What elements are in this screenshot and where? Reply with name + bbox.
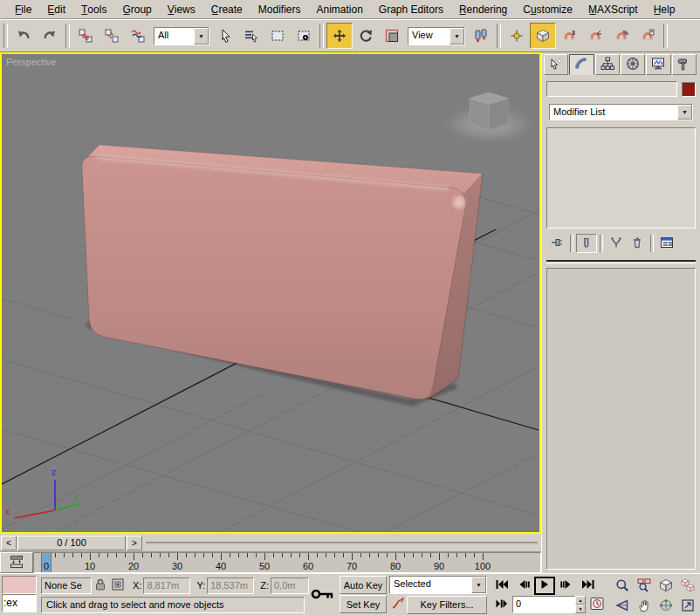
tab-modify[interactable] — [569, 54, 594, 75]
angle-snap-toggle-button[interactable] — [582, 23, 608, 49]
tab-hierarchy[interactable] — [595, 54, 620, 75]
modifier-list-dropdown[interactable]: Modifier List ▼ — [549, 104, 693, 120]
percent-snap-toggle-button[interactable]: % — [608, 23, 635, 49]
spinner-up-icon[interactable]: ▲ — [575, 596, 586, 605]
bind-to-space-warp-button[interactable] — [125, 23, 151, 49]
undo-button[interactable] — [10, 23, 37, 49]
window-crossing-icon — [297, 29, 311, 43]
select-and-scale-button[interactable] — [379, 23, 405, 49]
menu-rendering[interactable]: R̲endering — [451, 1, 515, 18]
x-coord-field[interactable]: 8,817m — [143, 577, 190, 594]
show-end-result-button[interactable] — [576, 234, 597, 253]
listener-line[interactable]: :ex — [2, 594, 37, 612]
next-frame-button[interactable] — [555, 577, 577, 594]
min-max-toggle-button[interactable] — [677, 597, 698, 615]
menu-views[interactable]: V̲iews — [160, 1, 203, 18]
scene-ghost-cube[interactable] — [450, 92, 527, 139]
selection-filter-dropdown[interactable]: All▼ — [154, 27, 209, 45]
menu-graph-editors[interactable]: Graph Editors — [371, 1, 451, 18]
use-pivot-point-center-button[interactable] — [468, 23, 494, 49]
modifier-stack-list[interactable] — [546, 127, 696, 229]
select-and-rotate-button[interactable] — [353, 23, 379, 49]
unlink-selection-button[interactable] — [99, 23, 125, 49]
maxscript-mini-listener[interactable]: :ex — [0, 575, 38, 615]
frame-spinner[interactable]: ▲▼ — [575, 596, 586, 613]
go-to-end-button[interactable] — [577, 577, 599, 594]
macro-recorder-line[interactable] — [2, 576, 37, 594]
select-and-move-button[interactable] — [326, 23, 353, 49]
menu-modifiers[interactable]: Modifiers — [250, 1, 309, 18]
previous-frame-button[interactable] — [512, 577, 534, 594]
y-coord-field[interactable]: 18,537m — [207, 577, 254, 594]
pan-button[interactable] — [634, 597, 655, 615]
remove-modifier-button[interactable] — [627, 234, 648, 253]
key-filters-button[interactable]: Key Filters... — [407, 596, 487, 614]
snaps-toggle-button[interactable] — [530, 23, 556, 49]
window-crossing-button[interactable] — [291, 23, 317, 49]
zoom-button[interactable] — [612, 577, 633, 595]
play-button[interactable] — [534, 577, 555, 595]
key-mode-dropdown[interactable]: Selected ▼ — [389, 576, 487, 594]
tab-motion[interactable] — [621, 54, 645, 75]
tab-display[interactable] — [646, 54, 670, 75]
go-to-start-button[interactable] — [491, 577, 512, 594]
time-slider-thumb[interactable]: 0 / 100 — [17, 536, 126, 550]
make-unique-button[interactable] — [606, 234, 627, 253]
tab-create[interactable] — [544, 54, 568, 75]
menu-create[interactable]: C̲reate — [203, 1, 250, 18]
scene-box-object[interactable] — [82, 145, 483, 400]
ruler-tick — [195, 553, 196, 557]
default-tangent-button[interactable] — [389, 596, 407, 613]
absolute-mode-transform-toggle[interactable] — [109, 577, 127, 594]
current-frame-field[interactable]: 0 — [512, 596, 575, 613]
time-slider-next-button[interactable]: > — [127, 536, 142, 550]
select-object-button[interactable] — [212, 23, 238, 49]
tab-utilities[interactable] — [672, 54, 697, 75]
selection-lock-toggle[interactable] — [92, 577, 109, 594]
spinner-down-icon[interactable]: ▼ — [575, 605, 586, 613]
menu-group[interactable]: G̲roup — [114, 1, 159, 18]
menu-maxscript[interactable]: M̲AXScript — [580, 1, 646, 18]
menu-animation[interactable]: Animation — [308, 1, 370, 18]
arc-rotate-button[interactable] — [655, 597, 676, 615]
auto-key-button[interactable]: Auto Key — [340, 576, 387, 594]
modifier-list-label: Modifier List — [550, 105, 677, 120]
menu-edit[interactable]: E̲dit — [39, 1, 73, 18]
zoom-all-button[interactable] — [634, 577, 655, 595]
redo-button[interactable] — [37, 23, 63, 49]
time-configuration-button[interactable] — [586, 596, 607, 613]
next-frame-icon — [559, 577, 573, 593]
rollout-area[interactable] — [546, 268, 696, 570]
panel-splitter[interactable] — [546, 260, 696, 263]
spinner-snap-toggle-button[interactable] — [635, 23, 661, 49]
pin-stack-button[interactable] — [546, 234, 567, 253]
menu-customize[interactable]: Cu̲stomize — [515, 1, 580, 18]
configure-modifier-sets-button[interactable] — [656, 234, 677, 253]
track-bar-ruler[interactable]: 0102030405060708090100 — [33, 552, 541, 573]
select-by-name-button[interactable] — [238, 23, 264, 49]
reference-coordinate-system-dropdown[interactable]: View▼ — [408, 27, 465, 45]
viewport-label[interactable]: Perspective — [6, 57, 56, 67]
perspective-viewport[interactable]: Perspective — [0, 52, 541, 534]
menu-file[interactable]: F̲ile — [7, 1, 39, 18]
select-and-link-button[interactable] — [72, 23, 99, 49]
object-color-swatch[interactable] — [682, 82, 696, 97]
zoom-extents-button[interactable] — [655, 577, 676, 595]
z-coord-field[interactable]: 0,0m — [271, 577, 309, 594]
ruler-tick — [326, 553, 326, 557]
object-name-field[interactable] — [546, 81, 677, 97]
zoom-extents-all-icon — [681, 578, 695, 594]
key-mode-toggle-button[interactable] — [491, 596, 512, 613]
time-slider-prev-button[interactable]: < — [1, 536, 17, 550]
time-slider-groove[interactable] — [146, 542, 538, 544]
set-key-button[interactable]: Set Key — [340, 595, 387, 613]
rectangular-selection-region-button[interactable] — [264, 23, 291, 49]
field-of-view-button[interactable] — [612, 597, 633, 615]
zoom-extents-all-button[interactable] — [677, 577, 698, 595]
menu-help[interactable]: H̲elp — [646, 1, 683, 18]
select-and-manipulate-button[interactable] — [504, 23, 530, 49]
snaps-toggle-3d-button[interactable]: 3 — [556, 23, 582, 49]
set-keys-button[interactable] — [307, 575, 339, 615]
menu-tools[interactable]: T̲ools — [73, 1, 114, 18]
open-mini-curve-editor-button[interactable] — [0, 552, 33, 573]
